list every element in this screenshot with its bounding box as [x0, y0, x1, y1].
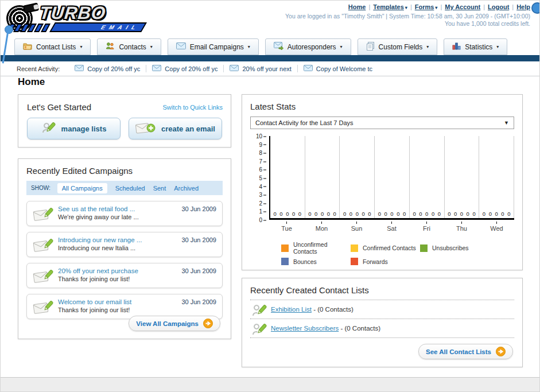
link-separator: |: [483, 3, 485, 10]
turbo-pipe-icon: [23, 2, 39, 13]
header: TURBO EMAIL Home|Templates▾|Forms▾|My Ac…: [1, 1, 539, 36]
top-link-logout[interactable]: Logout: [488, 3, 509, 10]
value-label: 0: [495, 211, 498, 217]
latest-stats-title: Latest Stats: [250, 102, 514, 111]
value-label: 0: [419, 211, 422, 217]
x-tick-label: Tue: [269, 222, 304, 232]
annotation-pin-icon: [5, 25, 13, 34]
chevron-down-icon: ▾: [435, 5, 437, 10]
x-tick-label: Wed: [479, 222, 514, 232]
tab-custom-fields[interactable]: Custom Fields▾: [358, 38, 438, 55]
contact-lists-title: Recently Created Contact Lists: [250, 285, 514, 295]
value-labels-row: 00000: [445, 211, 479, 217]
top-link-help[interactable]: Help: [516, 3, 530, 10]
envelope-icon: [152, 65, 161, 72]
orange-arrow-icon: [203, 319, 213, 328]
get-started-panel: Let's Get Started Switch to Quick Links …: [18, 94, 231, 148]
chart-day-group: 00000: [410, 136, 445, 218]
legend-swatch: [281, 258, 289, 265]
campaign-date: 30 Jun 2009: [181, 236, 216, 243]
x-tick-mark: [496, 222, 497, 224]
campaign-date: 30 Jun 2009: [181, 267, 216, 274]
recent-activity-item: Copy of 20% off yc: [69, 65, 146, 72]
value-label: 0: [286, 211, 289, 217]
filter-sent[interactable]: Sent: [153, 185, 166, 192]
tab-label: Statistics: [465, 43, 492, 51]
campaign-row: See us at the retail food ...We're givin…: [26, 201, 223, 226]
campaign-subtitle: Introducing our new Italia ...: [58, 244, 216, 251]
recent-activity-item: 20% off your next: [224, 65, 297, 72]
legend-label: Unconfirmed Contacts: [293, 241, 351, 255]
statistics-icon: [452, 42, 461, 52]
manage-lists-button[interactable]: manage lists: [27, 118, 121, 139]
tab-contact-lists[interactable]: Contact Lists▾: [14, 38, 91, 55]
chart-day-group: 00000: [305, 136, 340, 218]
switch-to-quick-links-link[interactable]: Switch to Quick Links: [162, 104, 223, 111]
chevron-down-icon: ▼: [504, 120, 509, 126]
recent-activity-item: Copy of Welcome tc: [298, 65, 378, 72]
value-label: 0: [314, 211, 317, 217]
chart-day-group: 00000: [340, 136, 375, 218]
top-link-forms[interactable]: Forms: [415, 3, 434, 10]
value-label: 0: [384, 211, 387, 217]
view-all-campaigns-button[interactable]: View All Campaigns: [129, 316, 220, 331]
y-tick-mark: [263, 212, 266, 212]
contact-list-row: Exhibition List - (0 Contacts): [250, 300, 514, 319]
top-link-my-account[interactable]: My Account: [445, 3, 480, 10]
see-all-contact-lists-button[interactable]: See All Contact Lists: [418, 344, 513, 359]
contact-list-link[interactable]: Newsletter Subscribers: [271, 325, 339, 332]
legend-swatch: [281, 244, 289, 252]
recent-activity-link[interactable]: Copy of Welcome tc: [316, 65, 372, 72]
create-an-email-button[interactable]: create an email: [129, 118, 222, 139]
show-label: SHOW:: [31, 185, 50, 191]
chart-plot-area: 00000000000000000000000000000000000: [269, 136, 514, 220]
chart-x-axis: TueMonSunSatFriThuWed: [269, 222, 514, 232]
stats-period-select[interactable]: Contact Activity for the Last 7 Days ▼: [250, 117, 514, 129]
recent-activity-link[interactable]: Copy of 20% off yc: [165, 65, 217, 72]
x-tick-mark: [286, 222, 287, 224]
value-labels-row: 00000: [340, 211, 374, 217]
value-label: 0: [472, 211, 475, 217]
filter-all-campaigns[interactable]: All Campaigns: [57, 183, 107, 193]
recent-activity-link[interactable]: Copy of 20% off yc: [87, 65, 140, 72]
filter-archived[interactable]: Archived: [174, 185, 199, 192]
y-tick-label: 5: [251, 175, 266, 181]
recently-edited-campaigns-panel: Recently Edited Campaigns SHOW: All Camp…: [18, 158, 231, 339]
value-label: 0: [425, 211, 428, 217]
legend-label: Confirmed Contacts: [363, 244, 416, 251]
chart-y-axis: 109876543210: [251, 136, 266, 220]
value-label: 0: [448, 211, 450, 217]
tab-statistics[interactable]: Statistics▾: [444, 38, 507, 55]
help-bubble-icon[interactable]: [531, 2, 540, 14]
y-tick-label: 2: [251, 200, 266, 206]
value-label: 0: [274, 211, 277, 217]
x-tick-label: Sat: [374, 222, 409, 232]
envelope-icon: [75, 65, 84, 72]
filter-scheduled[interactable]: Scheduled: [115, 185, 145, 192]
recent-activity-link[interactable]: 20% off your next: [242, 65, 291, 72]
page-title: Home: [18, 76, 45, 88]
recent-activity-item: Copy of 20% off yc: [146, 65, 224, 72]
tab-autoresponders[interactable]: Autoresponders▾: [265, 38, 351, 55]
tab-label: Email Campaigns: [190, 43, 244, 51]
contact-list-link[interactable]: Exhibition List: [271, 306, 312, 313]
tab-email-campaigns[interactable]: Email Campaigns▾: [168, 38, 259, 55]
campaign-date: 30 Jun 2009: [181, 298, 216, 305]
campaign-filter-bar: SHOW: All CampaignsScheduledSentArchived: [26, 181, 223, 195]
value-labels-row: 00000: [410, 211, 444, 217]
campaign-subtitle: Thanks for joining our list!: [58, 306, 216, 313]
top-link-templates[interactable]: Templates: [373, 3, 404, 10]
value-label: 0: [333, 211, 336, 217]
value-label: 0: [368, 211, 371, 217]
tab-contacts[interactable]: Contacts▾: [97, 38, 161, 55]
y-tick-mark: [263, 145, 266, 145]
value-label: 0: [349, 211, 352, 217]
main-nav: Contact Lists▾Contacts▾Email Campaigns▾A…: [14, 38, 507, 55]
top-link-home[interactable]: Home: [348, 3, 366, 10]
tab-label: Contacts: [119, 43, 146, 51]
orange-arrow-icon: [496, 347, 506, 356]
value-labels-row: 00000: [375, 211, 409, 217]
link-separator: |: [440, 3, 442, 10]
campaign-date: 30 Jun 2009: [181, 205, 216, 212]
value-label: 0: [356, 211, 359, 217]
